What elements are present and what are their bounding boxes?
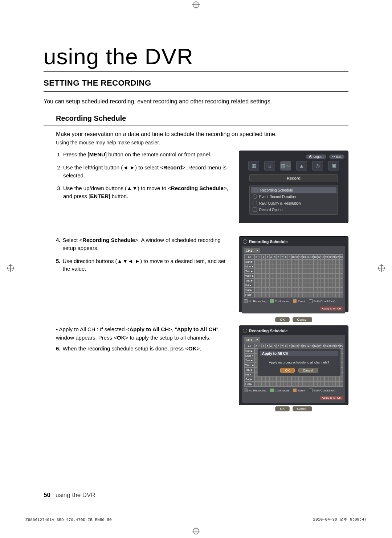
- ok-button[interactable]: OK: [275, 406, 289, 411]
- print-meta-left: Z6806127401A_SRD-470,470D-IB_EN50 50: [25, 518, 112, 522]
- figure-recording-schedule: Recording Schedule CH1 All01234567891011…: [239, 236, 348, 312]
- backup-icon[interactable]: ◎: [312, 161, 323, 171]
- registration-mark-right: [377, 264, 385, 274]
- note-apply-all: Apply to All CH : If selected <Apply to …: [56, 325, 229, 342]
- step-item: 5.Use direction buttons (▲▼◄ ►) to move …: [56, 257, 229, 273]
- steps-list-1: Press the [MENU] button on the remote co…: [56, 151, 229, 200]
- modal-title: Apply to All CH: [260, 351, 338, 356]
- apply-all-modal: Apply to All CH Apply recording schedule…: [257, 348, 341, 376]
- subsection-hint: Using the mouse may help make setup easi…: [56, 140, 348, 145]
- step-item: 6.When the recording schedule setup is d…: [56, 345, 229, 353]
- legend: No Recording Continuous Event Both(Cont&…: [244, 299, 343, 311]
- legend: No Recording Continuous Event Both(Cont&…: [244, 389, 343, 400]
- step-item: Use the left/right button (◄ ►) to selec…: [63, 164, 229, 180]
- modal-ok-button[interactable]: OK: [280, 368, 294, 373]
- channel-select[interactable]: CH1: [244, 337, 260, 342]
- figure-record-menu: ⏻Logout ↩Exit ▦ ⌂ ▥REC ▲ ◎ ▣ Record Reco…: [239, 151, 348, 223]
- page-number: 50: [44, 492, 50, 498]
- modal-cancel-button[interactable]: Cancel: [298, 368, 318, 373]
- step-item: Use the up/down buttons (▲▼) to move to …: [63, 184, 229, 200]
- footer-label: _ using the DVR: [50, 492, 95, 498]
- menu-item-rec-quality[interactable]: REC Quality & Resolution: [250, 200, 338, 206]
- logout-button[interactable]: ⏻Logout: [306, 155, 326, 159]
- clock-icon: [254, 188, 258, 192]
- divider: [44, 126, 348, 126]
- registration-mark-left: [7, 264, 15, 274]
- clock-icon: [253, 194, 257, 199]
- steps-list-3: 6.When the recording schedule setup is d…: [56, 345, 229, 353]
- menu-item-event-duration[interactable]: Event Record Duration: [250, 193, 338, 200]
- system-icon[interactable]: ▦: [248, 161, 259, 171]
- cancel-button[interactable]: Cancel: [293, 406, 312, 411]
- exit-button[interactable]: ↩Exit: [329, 155, 344, 159]
- menu-item-record-option[interactable]: Record Option: [250, 206, 338, 213]
- section-intro: You can setup scheduled recording, event…: [44, 98, 348, 105]
- schedule-grid[interactable]: All0123456789101112131415161718192021222…: [244, 254, 343, 297]
- camera-icon[interactable]: ⌂: [264, 161, 275, 171]
- power-icon: ⏻: [309, 155, 312, 159]
- divider: [44, 71, 348, 72]
- dialog-title: Recording Schedule: [243, 239, 345, 244]
- registration-mark-bottom: [192, 527, 200, 537]
- network-icon[interactable]: ▣: [328, 161, 339, 171]
- channel-select[interactable]: CH1: [244, 248, 260, 253]
- record-menu-list: Recording Schedule Event Record Duration…: [249, 185, 338, 215]
- apply-all-button[interactable]: Apply to All CH: [320, 307, 343, 311]
- subsection-lead: Make your reservation on a date and time…: [56, 131, 348, 137]
- apply-all-button[interactable]: Apply to All CH: [320, 396, 343, 400]
- record-small-icon: [253, 201, 257, 205]
- gear-icon: [253, 208, 257, 212]
- record-icon[interactable]: ▥REC: [280, 161, 291, 171]
- figure-apply-all-dialog: Recording Schedule CH1 All01234567891011…: [239, 325, 348, 405]
- steps-list-2: 4.Select <Recording Schedule>. A window …: [56, 236, 229, 273]
- back-icon: ↩: [332, 155, 335, 159]
- print-meta-right: 2010-04-30 오후 6:08:47: [313, 517, 367, 522]
- dialog-title: Recording Schedule: [243, 329, 345, 333]
- menu-item-recording-schedule[interactable]: Recording Schedule: [251, 187, 336, 193]
- subsection-heading: Recording Schedule: [44, 114, 348, 123]
- section-heading: SETTING THE RECORDING: [44, 78, 348, 88]
- chapter-title: using the DVR: [44, 44, 348, 69]
- event-icon[interactable]: ▲: [296, 161, 307, 171]
- page-footer: 50_ using the DVR: [44, 492, 95, 499]
- modal-text: Apply recording schedule to all channels…: [260, 361, 338, 364]
- cancel-button[interactable]: Cancel: [293, 317, 312, 322]
- divider: [44, 91, 348, 92]
- step-item: 4.Select <Recording Schedule>. A window …: [56, 236, 229, 252]
- step-item: Press the [MENU] button on the remote co…: [63, 151, 229, 159]
- ok-button[interactable]: OK: [275, 317, 289, 322]
- menu-title: Record: [249, 174, 338, 182]
- registration-mark-top: [192, 1, 200, 11]
